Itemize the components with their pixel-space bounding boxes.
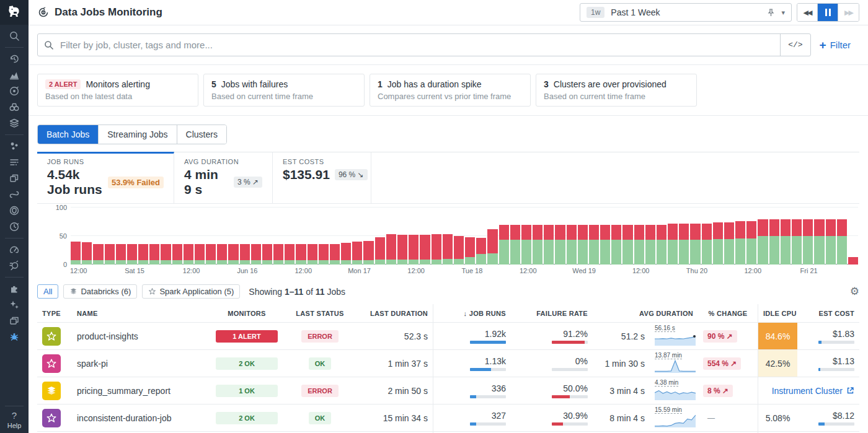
results-summary: Showing 1–11 of 11 Jobs — [249, 287, 345, 297]
metrics-icon[interactable] — [5, 68, 24, 82]
last-duration-cell: 1 min 37 s — [353, 349, 433, 377]
monitors-cell: 2 OK — [207, 404, 286, 431]
apm-target-icon[interactable] — [5, 84, 24, 98]
column-header--change[interactable]: % CHANGE — [698, 304, 758, 322]
pin-icon[interactable] — [767, 9, 775, 17]
bar — [341, 243, 351, 265]
time-dropdown-caret-icon[interactable]: ▾ — [781, 9, 785, 17]
gauge-icon[interactable] — [5, 242, 24, 257]
search-input[interactable] — [59, 39, 780, 51]
service-link-icon[interactable] — [5, 187, 24, 202]
metric-est-costs[interactable]: EST COSTS$135.9196 % ↘ — [273, 152, 371, 203]
bar — [420, 235, 430, 265]
bar — [352, 242, 362, 265]
column-header-last-duration[interactable]: LAST DURATION — [353, 304, 433, 322]
time-range-selector[interactable]: 1w Past 1 Week ▾ — [580, 3, 792, 22]
filter-chip-spark-application-5-[interactable]: Spark Application (5) — [142, 284, 240, 299]
card-count: 5 — [211, 79, 216, 89]
bar — [634, 225, 644, 265]
sparkline-max-label: 15.59 min — [655, 406, 682, 414]
column-header-type[interactable]: TYPE — [37, 304, 72, 322]
column-header-job-runs[interactable]: ↓ JOB RUNS — [433, 304, 511, 322]
table-settings-gear-icon[interactable]: ⚙ — [850, 285, 859, 298]
x-axis-tick: Jun 16 — [237, 267, 257, 274]
column-header-last-status[interactable]: LAST STATUS — [286, 304, 353, 322]
bits-ai-icon[interactable] — [5, 297, 24, 312]
x-axis-tick: Mon 17 — [348, 267, 371, 274]
infrastructure-layers-icon[interactable] — [5, 116, 24, 131]
integrations-puzzle-icon[interactable] — [5, 281, 24, 296]
copy-icon[interactable] — [5, 313, 24, 328]
column-header-idle-cpu[interactable]: IDLE CPU — [758, 304, 797, 322]
rewind-button[interactable]: ◀◀ — [797, 4, 818, 21]
code-view-toggle[interactable]: </> — [780, 34, 810, 56]
monitors-badge[interactable]: 1 ALERT — [216, 330, 278, 343]
job-name-link[interactable]: spark-pi — [77, 359, 108, 369]
column-header-est-cost[interactable]: EST COST — [797, 304, 859, 322]
job-name-link[interactable]: inconsistent-duration-job — [77, 413, 172, 423]
column-header-name[interactable]: NAME — [72, 304, 207, 322]
job-runs-cell: 327 — [433, 404, 511, 431]
forward-button[interactable]: ▶▶ — [838, 4, 859, 21]
page-title: Data Jobs Monitoring — [55, 6, 162, 19]
bar — [127, 244, 137, 265]
processes-icon[interactable] — [5, 139, 24, 154]
bar — [533, 225, 542, 265]
metric-avg-duration[interactable]: AVG DURATION4 min 9 s3 % ↗ — [174, 152, 273, 203]
bar — [746, 221, 756, 265]
summary-card[interactable]: 1Job has a duration spikeCompares curren… — [370, 74, 531, 107]
x-axis-tick: Wed 19 — [572, 267, 596, 274]
add-filter-button[interactable]: + Filter — [820, 39, 859, 51]
bar — [443, 234, 453, 265]
column-header-avg-duration[interactable]: AVG DURATION — [593, 304, 698, 322]
tab-streaming-jobs[interactable]: Streaming Jobs — [99, 125, 177, 144]
bar — [567, 225, 577, 265]
data-jobs-icon[interactable] — [5, 330, 24, 344]
column-header-monitors[interactable]: MONITORS — [207, 304, 286, 322]
column-header-failure-rate[interactable]: FAILURE RATE — [511, 304, 593, 322]
bar — [172, 244, 182, 265]
summary-card[interactable]: 5Jobs with failuresBased on current time… — [203, 74, 365, 107]
spark-icon — [148, 287, 156, 295]
filter-chip-all[interactable]: All — [37, 284, 58, 299]
summary-card[interactable]: 3Clusters are over provisionedBased on c… — [536, 74, 697, 107]
dashboards-icon[interactable] — [5, 171, 24, 186]
job-name-link[interactable]: pricing_summary_report — [77, 386, 170, 396]
failure-rate-cell: 91.2% — [511, 322, 593, 349]
tab-batch-jobs[interactable]: Batch Jobs — [38, 125, 99, 144]
job-type-cell — [37, 349, 72, 377]
monitors-badge[interactable]: 2 OK — [216, 357, 278, 370]
logs-icon[interactable] — [5, 155, 24, 170]
pause-button[interactable] — [818, 4, 838, 21]
bar — [702, 224, 712, 265]
bar — [184, 244, 193, 265]
summary-card[interactable]: 2 ALERTMonitors alertingBased on the lat… — [37, 74, 198, 107]
bar — [668, 224, 678, 265]
filter-chip-databricks-6-[interactable]: Databricks (6) — [63, 284, 137, 299]
left-nav: ? Help — [0, 0, 29, 433]
synthetics-icon[interactable] — [5, 219, 24, 234]
datadog-logo[interactable] — [0, 0, 29, 25]
tab-clusters[interactable]: Clusters — [177, 125, 226, 144]
avg-duration-cell: 8 min 4 s — [593, 404, 650, 431]
monitors-badge[interactable]: 1 OK — [216, 385, 278, 397]
job-runs-cell: 336 — [433, 377, 511, 404]
job-name-link[interactable]: product-insights — [77, 331, 138, 341]
watchdog-history-icon[interactable] — [5, 51, 24, 66]
sidebar-help[interactable]: ? Help — [5, 406, 24, 433]
instrument-cluster-link[interactable]: Instrument Cluster — [772, 386, 854, 396]
monitors-badge[interactable]: 2 OK — [216, 412, 278, 424]
rum-search-icon[interactable] — [5, 258, 24, 273]
watchdog-binoculars-icon[interactable] — [5, 100, 24, 115]
bar — [713, 222, 723, 265]
avg-duration-cell: 1 min 30 s — [593, 349, 650, 377]
security-shield-icon[interactable] — [5, 203, 24, 218]
job-type-cell — [37, 404, 72, 431]
pct-change-cell: 554 % ↗ — [698, 349, 758, 377]
metric-job-runs[interactable]: JOB RUNS4.54k Job runs53.9% Failed — [37, 152, 174, 203]
search-icon[interactable] — [5, 28, 24, 43]
bar — [510, 225, 520, 265]
bar — [386, 234, 396, 265]
help-label: Help — [7, 422, 22, 429]
last-duration-cell: 2 min 50 s — [353, 377, 433, 404]
